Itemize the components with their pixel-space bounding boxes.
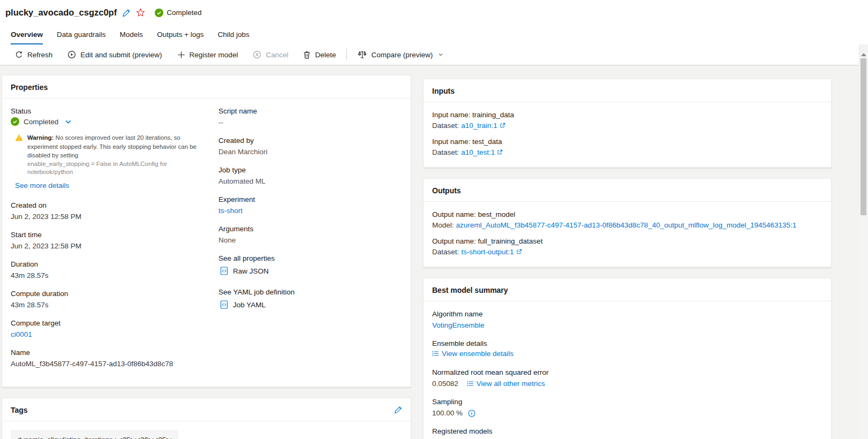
- pencil-icon: [394, 406, 402, 414]
- field-sampling: Sampling 100.00 %: [432, 398, 822, 418]
- field-registered-models: Registered models No registration yet: [432, 427, 822, 439]
- view-all-other-metrics-link[interactable]: View all other metrics: [467, 380, 545, 388]
- edit-tags-button[interactable]: [394, 406, 402, 414]
- metric-value: 0.05082: [432, 379, 458, 389]
- vertical-scrollbar[interactable]: [859, 51, 868, 439]
- output-item-full-training-dataset: Output name: full_training_dataset Datas…: [432, 237, 822, 256]
- plus-icon: [177, 51, 185, 59]
- dataset-link-a10-test[interactable]: a10_test:1: [461, 148, 495, 156]
- experiment-link[interactable]: ts-short: [218, 207, 243, 215]
- field-arguments: Arguments None: [218, 225, 402, 245]
- scrollbar-up-arrow-icon[interactable]: [861, 53, 866, 56]
- field-job-type: Job type Automated ML: [218, 166, 402, 186]
- tab-models[interactable]: Models: [113, 26, 150, 44]
- compare-button[interactable]: Compare (preview): [350, 44, 451, 65]
- check-circle-icon: [11, 117, 19, 126]
- inputs-card: Inputs Input name: training_data Dataset…: [423, 79, 832, 168]
- outputs-card: Outputs Output name: best_model Model: a…: [423, 178, 832, 267]
- scale-icon: [358, 50, 367, 59]
- see-more-details-link[interactable]: See more details: [15, 181, 69, 190]
- input-item-test-data: Input name: test_data Dataset: a10_test:…: [432, 138, 822, 156]
- dataset-link-ts-short-output[interactable]: ts-short-output:1: [461, 248, 514, 256]
- job-yaml-button[interactable]: Job YAML: [220, 300, 402, 309]
- properties-left-column: Status Completed: [11, 107, 203, 378]
- tab-child-jobs[interactable]: Child jobs: [211, 26, 256, 44]
- inputs-title: Inputs: [432, 87, 455, 95]
- view-ensemble-details-link[interactable]: View ensemble details: [432, 350, 514, 358]
- chevron-down-icon: [438, 52, 443, 57]
- see-yaml-label: See YAML job definition: [218, 288, 402, 296]
- compute-target-link[interactable]: ci0001: [11, 330, 32, 338]
- best-model-summary-title: Best model summary: [432, 286, 508, 294]
- field-ensemble-details: Ensemble details View ensemble details: [432, 339, 822, 359]
- file-code-icon: [220, 300, 228, 309]
- field-compute-duration: Compute duration 43m 28.57s: [11, 290, 203, 310]
- command-bar: Refresh Edit and submit (preview) Regist…: [0, 44, 859, 65]
- status-value-row: Completed: [11, 117, 203, 126]
- status-expand-chevron-icon[interactable]: [65, 118, 72, 125]
- info-icon[interactable]: [468, 410, 475, 417]
- field-created-by: Created by Dean Marchiori: [218, 137, 402, 157]
- tab-outputs-logs[interactable]: Outputs + logs: [150, 26, 210, 44]
- pencil-icon: [122, 9, 131, 17]
- sampling-value: 100.00 %: [432, 408, 463, 418]
- list-icon: [432, 350, 439, 357]
- field-name: Name AutoML_f3b45877-c497-4157-ad13-0f86…: [11, 349, 203, 369]
- delete-button[interactable]: Delete: [296, 44, 343, 65]
- field-experiment: Experiment ts-short: [218, 195, 402, 216]
- field-compute-target: Compute target ci0001: [11, 319, 203, 339]
- main-content: Properties Status Completed: [0, 65, 868, 439]
- dataset-link-a10-train[interactable]: a10_train:1: [461, 122, 497, 130]
- field-metric: Normalized root mean squared error 0.050…: [432, 368, 822, 389]
- tags-title: Tags: [11, 406, 28, 414]
- raw-json-button[interactable]: Raw JSON: [220, 267, 402, 275]
- best-model-summary-card: Best model summary Algorithm name Voting…: [423, 278, 832, 439]
- outputs-title: Outputs: [432, 186, 461, 195]
- refresh-button[interactable]: Refresh: [7, 44, 60, 65]
- edit-and-submit-button[interactable]: Edit and submit (preview): [60, 44, 169, 65]
- status-value: Completed: [24, 118, 58, 126]
- properties-card: Properties Status Completed: [2, 75, 411, 387]
- output-item-best-model: Output name: best_model Model: azureml_A…: [432, 210, 822, 229]
- field-created-on: Created on Jun 2, 2023 12:58 PM: [11, 201, 203, 222]
- tab-data-guardrails[interactable]: Data guardrails: [50, 26, 113, 44]
- tab-bar: Overview Data guardrails Models Outputs …: [5, 26, 859, 44]
- external-link-icon: [516, 249, 522, 255]
- scrollbar-thumb[interactable]: [861, 58, 866, 215]
- properties-title: Properties: [11, 83, 48, 92]
- algorithm-link[interactable]: VotingEnsemble: [432, 321, 485, 329]
- trash-icon: [303, 51, 311, 59]
- list-icon: [467, 380, 474, 387]
- field-algorithm-name: Algorithm name VotingEnsemble: [432, 310, 822, 330]
- warning-truncated-text: enable_early_stopping = False in AutoMLC…: [27, 160, 203, 176]
- tag-dynamic-allowlisting: dynamic_allowlisting_iterations : <25>;<…: [11, 430, 178, 439]
- check-circle-icon: [155, 9, 163, 17]
- register-model-button[interactable]: Register model: [170, 44, 246, 65]
- properties-right-column: Script name -- Created by Dean Marchiori…: [218, 107, 402, 378]
- see-all-properties-label: See all properties: [218, 254, 402, 262]
- tab-overview[interactable]: Overview: [11, 26, 50, 44]
- external-link-icon: [497, 149, 503, 155]
- warning-strong: Warning:: [27, 134, 54, 141]
- external-link-icon: [500, 123, 505, 128]
- status-label: Status: [11, 107, 203, 115]
- toolbar-separator: [346, 49, 347, 60]
- warning-triangle-icon: [15, 134, 23, 176]
- cancel-circle-icon: [253, 50, 261, 59]
- status-badge-label: Completed: [167, 9, 201, 17]
- refresh-icon: [15, 51, 23, 59]
- star-icon: [136, 8, 145, 17]
- cancel-button: Cancel: [245, 44, 296, 65]
- field-script-name: Script name --: [218, 107, 402, 127]
- file-code-icon: [220, 267, 228, 275]
- model-link[interactable]: azureml_AutoML_f3b45877-c497-4157-ad13-0…: [456, 221, 797, 229]
- status-badge: Completed: [155, 9, 201, 17]
- input-item-training-data: Input name: training_data Dataset: a10_t…: [432, 111, 822, 130]
- edit-title-button[interactable]: [122, 9, 131, 17]
- warning-message: Warning: No scores improved over last 20…: [15, 133, 203, 176]
- tags-card: Tags dynamic_allowlisting_iterations : <…: [2, 398, 411, 439]
- page-header: plucky_avocado_csgzc0pf Completed Overvi…: [0, 0, 868, 44]
- field-start-time: Start time Jun 2, 2023 12:58 PM: [11, 231, 203, 251]
- favorite-star-button[interactable]: [136, 8, 145, 17]
- play-circle-icon: [67, 50, 76, 59]
